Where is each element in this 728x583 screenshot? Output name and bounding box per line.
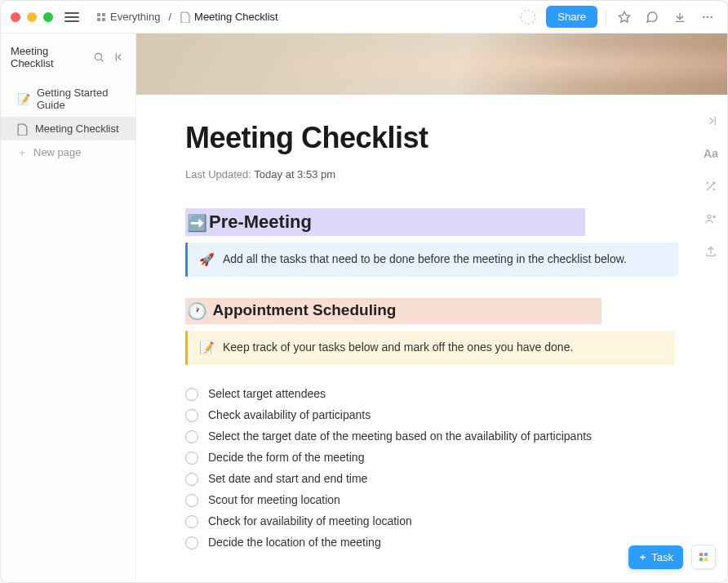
divider [606, 9, 606, 25]
checkbox-icon[interactable] [185, 388, 198, 401]
checkbox-icon[interactable] [185, 409, 198, 422]
svg-point-6 [707, 16, 708, 17]
meta-value: Today at 3:53 pm [254, 168, 335, 180]
page-title[interactable]: Meeting Checklist [185, 121, 678, 155]
checklist: Select target attendees Check availabili… [185, 386, 678, 550]
checklist-item-label: Check availability of participants [208, 408, 371, 421]
titlebar-actions: Share [518, 6, 717, 28]
last-updated: Last Updated: Today at 3:53 pm [185, 168, 678, 180]
heading-appointment-scheduling[interactable]: 🕐 Appointment Scheduling [185, 298, 601, 324]
search-icon[interactable] [91, 50, 106, 65]
maximize-window-button[interactable] [43, 12, 53, 22]
sidebar: Meeting Checklist 📝 Getting Started Guid… [1, 33, 136, 582]
close-window-button[interactable] [11, 12, 20, 22]
breadcrumb-current[interactable]: Meeting Checklist [176, 8, 282, 25]
more-icon[interactable] [698, 7, 717, 27]
svg-rect-1 [102, 13, 105, 16]
checkbox-icon[interactable] [185, 430, 198, 443]
share-button[interactable]: Share [546, 6, 597, 28]
new-page-button[interactable]: New page [1, 140, 135, 164]
ai-wand-icon[interactable] [701, 176, 721, 196]
svg-point-8 [95, 53, 101, 60]
body: Meeting Checklist 📝 Getting Started Guid… [1, 33, 727, 582]
cover-image[interactable] [136, 33, 727, 95]
svg-rect-0 [97, 13, 100, 16]
sidebar-items: 📝 Getting Started Guide Meeting Checklis… [1, 81, 135, 164]
heading-text: Pre-Meeting [209, 211, 312, 232]
typography-icon[interactable]: Aa [701, 144, 721, 163]
collaborators-icon[interactable] [701, 209, 721, 229]
checklist-item[interactable]: Check availability of participants [185, 407, 678, 423]
traffic-lights [11, 12, 53, 22]
arrow-right-emoji-icon: ➡️ [187, 214, 207, 232]
page-icon [17, 123, 29, 135]
meta-label: Last Updated: [185, 168, 251, 180]
checklist-item-label: Set date and start and end time [208, 472, 367, 485]
checklist-item-label: Scout for meeting location [208, 493, 340, 506]
app-window: Everything / Meeting Checklist Share [0, 0, 728, 583]
right-rail: Aa [695, 95, 727, 261]
collapse-sidebar-icon[interactable] [113, 50, 127, 65]
checkbox-icon[interactable] [185, 494, 198, 507]
checklist-item[interactable]: Select target attendees [185, 386, 678, 402]
sidebar-header: Meeting Checklist [1, 33, 135, 81]
rocket-emoji-icon: 🚀 [199, 252, 215, 267]
callout-text: Keep track of your tasks below and mark … [223, 340, 573, 354]
svg-rect-2 [97, 18, 100, 21]
titlebar: Everything / Meeting Checklist Share [1, 1, 727, 33]
svg-line-9 [101, 60, 104, 62]
svg-point-14 [707, 182, 708, 183]
breadcrumb: Everything / Meeting Checklist [92, 8, 282, 25]
activity-icon[interactable] [518, 7, 538, 27]
plus-icon [17, 148, 27, 158]
sidebar-item-label: Getting Started Guide [37, 87, 126, 111]
checklist-item[interactable]: Decide the form of the meeting [185, 450, 678, 465]
minimize-window-button[interactable] [27, 12, 37, 22]
svg-point-7 [710, 16, 712, 17]
comment-icon[interactable] [642, 7, 662, 27]
checklist-item[interactable]: Decide the location of the meeting [185, 535, 678, 550]
checklist-item-label: Decide the location of the meeting [208, 536, 381, 549]
menu-icon[interactable] [64, 10, 79, 24]
checkbox-icon[interactable] [185, 536, 198, 550]
svg-marker-4 [619, 11, 629, 22]
content-area[interactable]: Meeting Checklist Last Updated: Today at… [136, 33, 727, 582]
svg-point-16 [708, 215, 711, 218]
memo-emoji-icon: 📝 [199, 340, 215, 355]
breadcrumb-current-label: Meeting Checklist [194, 11, 278, 23]
svg-point-5 [703, 16, 704, 17]
callout-text: Add all the tasks that need to be done b… [223, 252, 627, 265]
checklist-item-label: Decide the form of the meeting [208, 451, 364, 464]
sidebar-title: Meeting Checklist [11, 45, 85, 69]
document: Meeting Checklist Last Updated: Today at… [136, 95, 727, 582]
heading-pre-meeting[interactable]: ➡️Pre-Meeting [185, 208, 585, 236]
callout-appointment[interactable]: 📝 Keep track of your tasks below and mar… [185, 331, 675, 365]
sidebar-item-meeting-checklist[interactable]: Meeting Checklist [1, 117, 135, 140]
export-icon[interactable] [701, 242, 721, 261]
checkbox-icon[interactable] [185, 452, 198, 465]
sidebar-item-getting-started[interactable]: 📝 Getting Started Guide [1, 81, 135, 117]
checklist-item-label: Select target attendees [208, 387, 326, 400]
sidebar-item-label: Meeting Checklist [35, 122, 119, 135]
checkbox-icon[interactable] [185, 515, 198, 528]
callout-pre-meeting[interactable]: 🚀 Add all the tasks that need to be done… [185, 243, 678, 277]
checklist-item[interactable]: Check for availability of meeting locati… [185, 514, 678, 529]
breadcrumb-root[interactable]: Everything [92, 8, 163, 25]
breadcrumb-separator: / [168, 11, 171, 23]
checklist-item[interactable]: Select the target date of the meeting ba… [185, 429, 678, 444]
download-icon[interactable] [670, 7, 690, 27]
new-page-label: New page [33, 146, 82, 158]
checklist-item[interactable]: Scout for meeting location [185, 492, 678, 508]
page-icon [180, 11, 191, 23]
create-task-button[interactable]: Task [628, 545, 683, 569]
svg-point-15 [713, 189, 714, 189]
collapse-rail-icon[interactable] [701, 111, 721, 131]
breadcrumb-root-label: Everything [110, 11, 160, 23]
clock-emoji-icon: 🕐 [187, 302, 207, 320]
star-icon[interactable] [615, 7, 634, 27]
memo-emoji-icon: 📝 [17, 93, 30, 105]
checkbox-icon[interactable] [185, 473, 198, 486]
checklist-item[interactable]: Set date and start and end time [185, 471, 678, 487]
task-button-label: Task [651, 551, 673, 563]
apps-button[interactable] [691, 545, 716, 569]
